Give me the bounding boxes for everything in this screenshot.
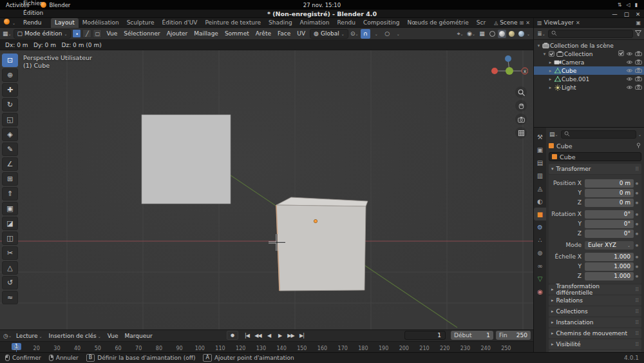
frame-start-field[interactable]: Début 1 (451, 331, 493, 340)
cube-front-object[interactable] (276, 197, 368, 291)
disclosure-icon[interactable]: ▾ (536, 43, 542, 48)
disclosure-icon[interactable]: ▸ (547, 85, 553, 90)
animate-dot-icon[interactable]: ● (634, 191, 640, 195)
menu-rendu[interactable]: Rendu (19, 18, 49, 28)
viewport-canvas[interactable] (0, 50, 533, 329)
show-gizmo-dropdown[interactable]: ⌖⌄ (455, 29, 465, 39)
disclosure-icon[interactable]: ▾ (542, 52, 547, 57)
tool-cursor-button[interactable]: ⊕ (2, 68, 18, 82)
tool-annotate-button[interactable]: ✎ (2, 142, 18, 156)
workspace-tab-n-uds-de-geometrie[interactable]: Nœuds de géométrie (403, 18, 472, 28)
shading-solid-button[interactable] (498, 30, 506, 38)
frame-end-field[interactable]: Fin 250 (496, 331, 531, 340)
mode-dropdown[interactable]: ▢ Mode édition ⌄ (14, 29, 71, 39)
viewlayer-selector[interactable]: ▥ ViewLayer ✕ ▣ (533, 18, 644, 28)
system-clock[interactable]: 27 nov. 15:10 (303, 0, 341, 10)
editor-type-selector[interactable]: ▦⌄ (2, 29, 12, 39)
pin-icon[interactable] (636, 142, 641, 150)
value-field[interactable]: 0 m (585, 179, 634, 188)
tool-move-button[interactable]: ✚ (2, 83, 18, 97)
playback-jump-end-button[interactable]: ▶| (297, 331, 307, 340)
outliner-search-input[interactable] (548, 30, 633, 38)
drag-grip-icon[interactable]: ⠿ (635, 298, 639, 304)
disable-render-icon[interactable] (635, 51, 642, 57)
properties-tab-object[interactable]: ■ (534, 208, 546, 221)
render-image-icon[interactable]: ▣ (636, 20, 641, 26)
value-field[interactable]: 1.000 (585, 262, 634, 271)
hide-eye-icon[interactable] (626, 76, 633, 83)
snap-options-dropdown[interactable]: ⌄ (372, 29, 381, 39)
tool-inset-faces-button[interactable]: ▣ (2, 202, 18, 215)
playback-next-keyframe-button[interactable]: ▶▶ (286, 331, 296, 340)
camera-view-icon[interactable] (515, 113, 527, 125)
header-menu-arete[interactable]: Arête (252, 30, 274, 37)
object-name-field[interactable]: Cube (549, 152, 641, 161)
timeline-menu-insertion-de-cles[interactable]: Insertion de clés ⌄ (46, 333, 104, 339)
shading-options-dropdown[interactable]: ⌄ (527, 32, 530, 36)
workspace-tab-sculpture[interactable]: Sculpture (123, 18, 158, 28)
pan-hand-icon[interactable] (515, 100, 527, 112)
properties-tab-particles[interactable]: ∴ (534, 233, 546, 246)
playback-play-reverse-button[interactable]: ◀ (264, 331, 274, 340)
window-title-bar[interactable]: * (Non-enregistré) - Blender 4.0 (0, 10, 644, 18)
header-menu-selectionner[interactable]: Sélectionner (120, 30, 163, 37)
menu-edition[interactable]: Édition (19, 8, 49, 18)
timeline-ruler[interactable]: 1 10203040506070809010011012013014015016… (0, 341, 533, 352)
tool-smooth-button[interactable]: ≈ (2, 291, 18, 304)
tool-transform-button[interactable]: ◈ (2, 128, 18, 141)
animate-dot-icon[interactable]: ● (634, 222, 640, 226)
tool-poly-build-button[interactable]: △ (2, 261, 18, 275)
battery-icon[interactable]: ▮ (635, 2, 638, 8)
header-menu-ajouter[interactable]: Ajouter (164, 30, 191, 37)
playback-play-button[interactable]: ▶ (275, 331, 285, 340)
playback-prev-keyframe-button[interactable]: ◀◀ (253, 331, 263, 340)
filter-icon[interactable] (635, 30, 641, 37)
header-menu-sommet[interactable]: Sommet (222, 30, 252, 37)
animate-dot-icon[interactable]: ● (634, 201, 640, 204)
unlink-scene-icon[interactable]: ✕ (526, 20, 530, 26)
properties-editor-selector[interactable]: ▤⌄ (549, 130, 559, 139)
edge-select-button[interactable]: ╱ (82, 29, 91, 38)
properties-tab-output[interactable]: ▤ (534, 156, 546, 169)
disable-render-icon[interactable] (635, 59, 642, 66)
workspace-tab-rendu[interactable]: Rendu (334, 18, 360, 28)
tool-tweak-button[interactable]: ⊡ (2, 54, 18, 67)
shading-wireframe-button[interactable] (488, 30, 497, 38)
outliner-row-cube-001[interactable]: ▸Cube.001 (534, 75, 644, 83)
timeline-editor-selector[interactable]: ◷⌄ (3, 331, 12, 340)
snap-magnet-toggle[interactable]: ∩ (361, 29, 370, 39)
header-menu-face[interactable]: Face (274, 30, 294, 37)
workspace-tab-compositing[interactable]: Compositing (359, 18, 403, 28)
pivot-point-dropdown[interactable]: ⊙⌄ (350, 29, 359, 39)
section-collections[interactable]: ▸Collections⠿ (549, 306, 641, 317)
tool-knife-button[interactable]: ✂ (2, 246, 18, 260)
vertex-select-button[interactable]: ∙ (72, 29, 81, 38)
shading-rendered-button[interactable] (517, 30, 526, 38)
hide-eye-icon[interactable] (626, 59, 633, 66)
tool-measure-button[interactable]: ∠ (2, 157, 18, 171)
viewport-3d[interactable]: Perspective Utilisateur (1) Cube ⊡⊕✚↻◱◈✎… (0, 50, 533, 329)
navigation-gizmo[interactable]: X (489, 53, 528, 85)
network-icon[interactable]: ⇅ (618, 2, 622, 8)
header-menu-maillage[interactable]: Maillage (191, 30, 222, 37)
playback-jump-start-button[interactable]: |◀ (242, 331, 252, 340)
properties-tab-modifiers[interactable]: ⚙ (534, 221, 546, 233)
tool-bevel-button[interactable]: ◪ (2, 217, 18, 230)
workspace-tab-peinture-de-texture[interactable]: Peinture de texture (201, 18, 265, 28)
rotation-mode-dropdown[interactable]: Euler XYZ⌄ (585, 241, 634, 250)
animate-dot-icon[interactable]: ● (634, 255, 640, 259)
section-relations[interactable]: ▸Relations⠿ (549, 295, 641, 306)
disable-render-icon[interactable] (635, 76, 642, 83)
outliner-row-collection-de-la-scene[interactable]: ▾Collection de la scène (534, 41, 644, 50)
cube-back-object[interactable] (142, 115, 231, 204)
outliner-row-cube[interactable]: ▸Cube (534, 66, 644, 75)
value-field[interactable]: 0° (585, 230, 634, 238)
proportional-options-dropdown[interactable]: ⌄ (393, 29, 403, 39)
tool-loop-cut-button[interactable]: ◫ (2, 231, 18, 245)
value-field[interactable]: 0 m (585, 189, 634, 197)
outliner-row-light[interactable]: ▸Light (534, 83, 644, 92)
tool-scale-button[interactable]: ◱ (2, 113, 18, 126)
animate-dot-icon[interactable]: ● (634, 274, 640, 278)
disclosure-icon[interactable]: ▸ (547, 60, 553, 65)
properties-tab-view-layer[interactable]: ▥ (534, 169, 546, 182)
